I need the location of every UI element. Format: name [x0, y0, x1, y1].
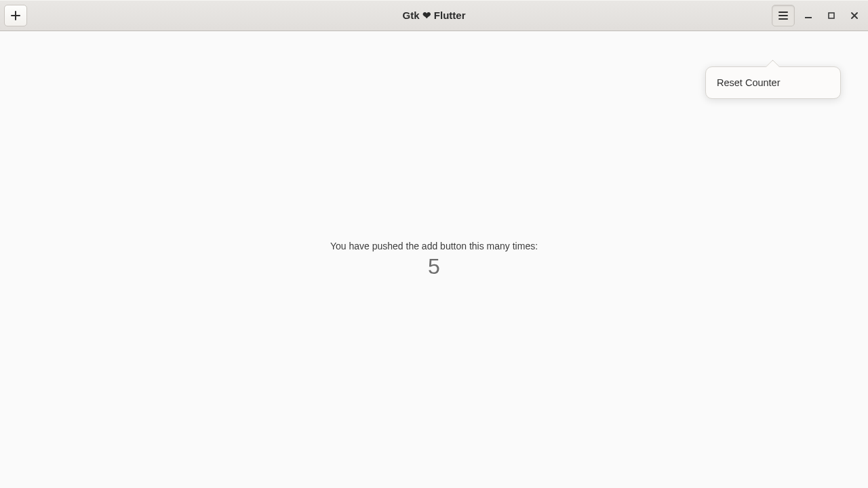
menu-item-label: Reset Counter: [717, 77, 781, 88]
svg-rect-0: [829, 13, 834, 18]
hamburger-popover: Reset Counter: [705, 66, 841, 99]
header-right-group: [772, 5, 864, 26]
menu-item-reset-counter[interactable]: Reset Counter: [710, 71, 836, 94]
plus-icon: [11, 11, 20, 20]
counter-caption: You have pushed the add button this many…: [330, 241, 538, 251]
hamburger-icon: [778, 12, 788, 20]
maximize-icon: [827, 12, 835, 20]
close-icon: [850, 12, 859, 20]
hamburger-menu-button[interactable]: [772, 5, 795, 26]
minimize-button[interactable]: [799, 6, 818, 25]
counter-value: 5: [428, 254, 440, 279]
header-bar: Gtk ❤ Flutter: [0, 0, 868, 31]
add-button[interactable]: [4, 5, 27, 26]
maximize-button[interactable]: [822, 6, 841, 25]
window-title: Gtk ❤ Flutter: [0, 9, 868, 22]
main-content: You have pushed the add button this many…: [0, 31, 868, 488]
header-left-group: [4, 5, 27, 26]
minimize-icon: [804, 12, 812, 20]
close-button[interactable]: [845, 6, 864, 25]
